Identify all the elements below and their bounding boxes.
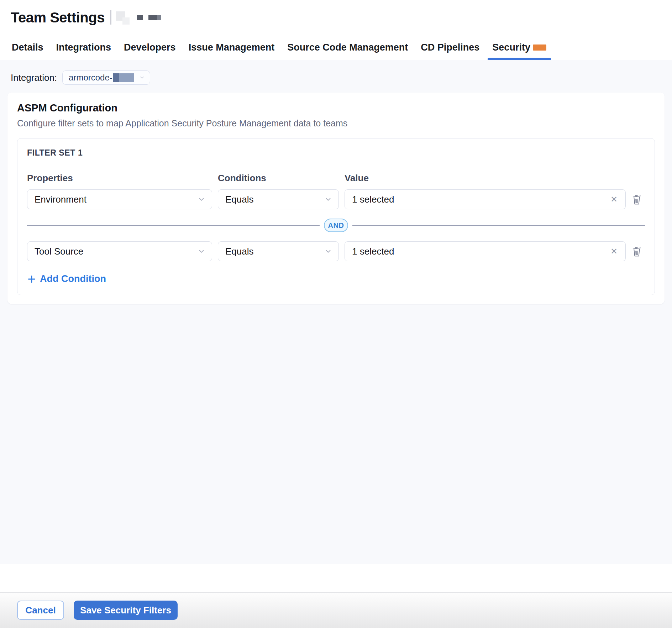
- tab-source-code-management[interactable]: Source Code Management: [287, 35, 408, 60]
- chevron-down-icon: [324, 247, 332, 255]
- redacted-integration-block-1: [113, 73, 119, 82]
- title-bar: Team Settings: [0, 0, 672, 35]
- and-operator-pill: AND: [324, 219, 348, 232]
- column-header-properties: Properties: [27, 173, 212, 184]
- integration-label: Integration:: [11, 72, 57, 83]
- divider-line: [352, 225, 645, 226]
- footer-spacer: [0, 564, 672, 592]
- tab-bar: Details Integrations Developers Issue Ma…: [0, 35, 672, 60]
- column-header-value: Value: [345, 173, 626, 184]
- tab-developers[interactable]: Developers: [124, 35, 176, 60]
- property-select-2[interactable]: Tool Source: [27, 241, 212, 261]
- tab-source-code-management-label: Source Code Management: [287, 42, 408, 53]
- aspm-card-subtitle: Configure filter sets to map Application…: [17, 118, 655, 129]
- footer: Cancel Save Security Filters: [0, 564, 672, 628]
- integration-value: armorcode-: [69, 73, 112, 83]
- value-multiselect-1[interactable]: 1 selected ✕: [345, 189, 626, 209]
- chevron-down-icon: [198, 247, 205, 255]
- tab-security[interactable]: Security: [492, 35, 546, 60]
- redacted-security-badge: [533, 45, 546, 51]
- integration-row: Integration: armorcode-: [11, 70, 672, 85]
- condition-select-2[interactable]: Equals: [218, 241, 339, 261]
- delete-condition-button-1[interactable]: [631, 193, 642, 205]
- save-security-filters-button[interactable]: Save Security Filters: [74, 601, 178, 620]
- plus-icon: [27, 274, 36, 284]
- filter-row-1: Environment Equals 1 selected ✕: [27, 189, 645, 209]
- value-multiselect-2[interactable]: 1 selected ✕: [345, 241, 626, 261]
- condition-select-1-value: Equals: [225, 194, 324, 205]
- trash-icon: [632, 246, 642, 257]
- divider-line: [27, 225, 320, 226]
- property-select-1[interactable]: Environment: [27, 189, 212, 209]
- tab-security-label: Security: [492, 42, 530, 53]
- footer-action-bar: Cancel Save Security Filters: [0, 592, 672, 628]
- filter-row-2: Tool Source Equals 1 selected ✕: [27, 241, 645, 261]
- column-header-conditions: Conditions: [218, 173, 339, 184]
- filter-set-panel: FILTER SET 1 Properties Conditions Value…: [17, 138, 655, 295]
- chevron-down-icon: [198, 195, 205, 203]
- redacted-title-block-4: [148, 15, 157, 20]
- title-separator: [110, 10, 111, 25]
- tab-details[interactable]: Details: [12, 35, 43, 60]
- tab-developers-label: Developers: [124, 42, 176, 53]
- tab-cd-pipelines-label: CD Pipelines: [421, 42, 479, 53]
- trash-icon: [632, 194, 642, 205]
- clear-selection-icon[interactable]: ✕: [609, 246, 619, 257]
- filter-column-headers: Properties Conditions Value: [27, 173, 645, 184]
- tab-details-label: Details: [12, 42, 43, 53]
- condition-select-2-value: Equals: [225, 246, 324, 257]
- tab-integrations[interactable]: Integrations: [56, 35, 111, 60]
- aspm-card-title: ASPM Configuration: [17, 102, 655, 114]
- tab-cd-pipelines[interactable]: CD Pipelines: [421, 35, 479, 60]
- tab-integrations-label: Integrations: [56, 42, 111, 53]
- tab-issue-management-label: Issue Management: [189, 42, 275, 53]
- clear-selection-icon[interactable]: ✕: [609, 194, 619, 205]
- tab-issue-management[interactable]: Issue Management: [189, 35, 275, 60]
- add-condition-button[interactable]: Add Condition: [27, 273, 106, 284]
- condition-select-1[interactable]: Equals: [218, 189, 339, 209]
- chevron-down-icon: [324, 195, 332, 203]
- integration-select[interactable]: armorcode-: [62, 70, 150, 85]
- value-multiselect-1-text: 1 selected: [352, 194, 609, 205]
- redacted-integration-block-2: [119, 73, 134, 82]
- redacted-title-block-5: [157, 15, 161, 20]
- redacted-title-block-3: [137, 15, 143, 20]
- add-condition-label: Add Condition: [40, 273, 106, 284]
- delete-condition-button-2[interactable]: [631, 245, 642, 257]
- property-select-1-value: Environment: [35, 194, 198, 205]
- cancel-button[interactable]: Cancel: [17, 601, 64, 620]
- filter-set-title: FILTER SET 1: [27, 148, 645, 158]
- redacted-title-block-2: [122, 17, 130, 25]
- aspm-configuration-card: ASPM Configuration Configure filter sets…: [7, 93, 665, 304]
- condition-operator-row: AND: [27, 219, 645, 232]
- value-multiselect-2-text: 1 selected: [352, 246, 609, 257]
- page-title: Team Settings: [11, 10, 105, 26]
- property-select-2-value: Tool Source: [35, 246, 198, 257]
- chevron-down-icon: [139, 75, 145, 80]
